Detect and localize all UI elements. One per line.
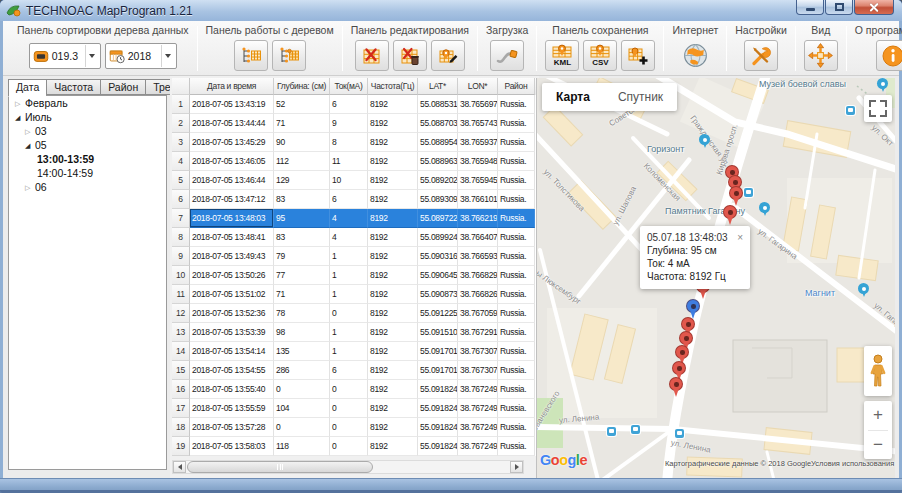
sort-dropdown-1[interactable]: 2018 xyxy=(105,43,177,69)
table-cell[interactable]: 55.088954 xyxy=(418,133,458,152)
table-cell[interactable]: 4 xyxy=(330,209,368,228)
poi-icon[interactable] xyxy=(877,78,888,93)
table-cell[interactable]: 83 xyxy=(274,190,330,209)
table-cell[interactable]: 8192 xyxy=(368,114,418,133)
table-cell[interactable]: 129 xyxy=(274,171,330,190)
table-cell[interactable]: Russia. xyxy=(498,209,535,228)
table-cell[interactable]: 55.088531 xyxy=(418,95,458,114)
table-row-13[interactable]: 132018-07-05 13:53:39981819255.09151038.… xyxy=(172,323,536,342)
table-cell[interactable]: 5 xyxy=(172,171,190,190)
map-marker-11[interactable] xyxy=(669,377,684,398)
tree-item-13:00-13:59[interactable]: 13:00-13:59 xyxy=(9,153,166,166)
table-cell[interactable]: 112 xyxy=(274,152,330,171)
table-cell[interactable]: 135 xyxy=(274,342,330,361)
table-cell[interactable]: 2018-07-05 13:54:14 xyxy=(190,342,274,361)
scrollbar-thumb[interactable] xyxy=(187,461,373,473)
internet-button-0[interactable] xyxy=(678,40,712,71)
table-cell[interactable]: Russia. xyxy=(498,190,535,209)
tree-collapsed-icon[interactable]: ▷ xyxy=(15,97,20,110)
table-cell[interactable]: Russia. xyxy=(498,152,535,171)
map-panel[interactable]: СоветскаяГражданская ул.Кирова просп.ул.… xyxy=(536,78,895,478)
table-row-19[interactable]: 192018-07-05 13:58:031180819255.09182438… xyxy=(172,437,536,456)
table-cell[interactable]: 78 xyxy=(274,304,330,323)
table-row-18[interactable]: 182018-07-05 13:57:2800819255.09182438.7… xyxy=(172,418,536,437)
poi-icon[interactable] xyxy=(858,283,869,298)
table-cell[interactable]: Russia. xyxy=(498,342,535,361)
save-button-2[interactable] xyxy=(621,40,655,71)
table-cell[interactable]: Russia. xyxy=(498,380,535,399)
table-cell[interactable]: 2018-07-05 13:50:26 xyxy=(190,266,274,285)
zoom-in-button[interactable]: + xyxy=(864,401,892,430)
tree-collapsed-icon[interactable]: ▷ xyxy=(25,125,30,138)
table-cell[interactable]: 7 xyxy=(172,209,190,228)
fullscreen-button[interactable] xyxy=(864,95,892,122)
tooltip-close-button[interactable]: × xyxy=(737,232,743,243)
table-cell[interactable]: 55.089924 xyxy=(418,228,458,247)
table-cell[interactable]: 77 xyxy=(274,266,330,285)
table-cell[interactable]: 55.090645 xyxy=(418,266,458,285)
tree-item-label[interactable]: 13:00-13:59 xyxy=(37,153,94,166)
table-cell[interactable]: 55.091701 xyxy=(418,342,458,361)
table-cell[interactable]: 8192 xyxy=(368,95,418,114)
table-cell[interactable]: 90 xyxy=(274,133,330,152)
column-header-Частота(Гц)[interactable]: Частота(Гц) xyxy=(368,78,418,95)
table-row-2[interactable]: 22018-07-05 13:44:44719819255.08870338.7… xyxy=(172,114,536,133)
table-cell[interactable]: 55.091824 xyxy=(418,380,458,399)
table-cell[interactable]: 38.766593 xyxy=(458,247,498,266)
table-row-7[interactable]: 72018-07-05 13:48:03954819255.08972238.7… xyxy=(172,209,536,228)
close-button[interactable] xyxy=(854,0,894,15)
table-cell[interactable]: 0 xyxy=(330,380,368,399)
save-button-kml[interactable]: KML xyxy=(545,40,579,71)
table-cell[interactable]: 2018-07-05 13:51:02 xyxy=(190,285,274,304)
table-cell[interactable]: 2018-07-05 13:52:36 xyxy=(190,304,274,323)
table-cell[interactable]: 2 xyxy=(172,114,190,133)
table-cell[interactable]: 8192 xyxy=(368,190,418,209)
table-cell[interactable]: 11 xyxy=(172,285,190,304)
table-cell[interactable]: 8192 xyxy=(368,380,418,399)
scroll-right-button[interactable] xyxy=(510,461,523,473)
tree-item-label[interactable]: Июль xyxy=(25,111,52,124)
table-cell[interactable]: 38.765945 xyxy=(458,171,498,190)
table-cell[interactable]: 2018-07-05 13:53:39 xyxy=(190,323,274,342)
horizontal-scrollbar[interactable] xyxy=(172,460,524,474)
table-cell[interactable]: 55.088963 xyxy=(418,152,458,171)
table-cell[interactable]: Russia. xyxy=(498,95,535,114)
tree-expanded-icon[interactable]: ◢ xyxy=(15,111,20,124)
table-cell[interactable]: Russia. xyxy=(498,114,535,133)
table-row-14[interactable]: 142018-07-05 13:54:141351819255.09170138… xyxy=(172,342,536,361)
table-cell[interactable]: 8192 xyxy=(368,266,418,285)
table-row-11[interactable]: 112018-07-05 13:51:02711819255.09087338.… xyxy=(172,285,536,304)
table-row-5[interactable]: 52018-07-05 13:46:4412910819255.08920238… xyxy=(172,171,536,190)
table-cell[interactable]: Russia. xyxy=(498,323,535,342)
table-cell[interactable]: 2018-07-05 13:43:19 xyxy=(190,95,274,114)
table-cell[interactable]: 3 xyxy=(172,133,190,152)
table-row-3[interactable]: 32018-07-05 13:45:29908819255.08895438.7… xyxy=(172,133,536,152)
table-row-17[interactable]: 172018-07-05 13:55:591040819255.09182438… xyxy=(172,399,536,418)
table-cell[interactable]: 38.767291 xyxy=(458,323,498,342)
table-cell[interactable]: 8192 xyxy=(368,209,418,228)
table-cell[interactable]: 9 xyxy=(330,114,368,133)
column-header-Глубина: (см)[interactable]: Глубина: (см) xyxy=(274,78,330,95)
tab-район[interactable]: Район xyxy=(100,79,145,95)
table-cell[interactable]: 6 xyxy=(330,95,368,114)
table-cell[interactable]: 38.766101 xyxy=(458,190,498,209)
table-cell[interactable]: 55.091824 xyxy=(418,437,458,456)
table-cell[interactable]: 2018-07-05 13:49:43 xyxy=(190,247,274,266)
table-cell[interactable]: 8192 xyxy=(368,228,418,247)
tab-дата[interactable]: Дата xyxy=(8,79,46,97)
table-cell[interactable]: Russia. xyxy=(498,285,535,304)
table-cell[interactable]: Russia. xyxy=(498,266,535,285)
poi-icon[interactable] xyxy=(699,134,710,149)
table-cell[interactable]: 38.767249 xyxy=(458,418,498,437)
table-cell[interactable]: Russia. xyxy=(498,171,535,190)
table-cell[interactable]: 55.091824 xyxy=(418,418,458,437)
map-marker-4[interactable] xyxy=(723,205,738,226)
table-cell[interactable]: 286 xyxy=(274,361,330,380)
tree-item-03[interactable]: ▷03 xyxy=(9,125,166,138)
map-marker-3[interactable] xyxy=(729,186,744,207)
table-row-8[interactable]: 82018-07-05 13:48:41834819255.08992438.7… xyxy=(172,228,536,247)
tree-button-1[interactable] xyxy=(272,40,306,71)
table-row-12[interactable]: 122018-07-05 13:52:36780819255.09122538.… xyxy=(172,304,536,323)
settings-button-0[interactable] xyxy=(744,40,778,71)
column-header-LON*[interactable]: LON* xyxy=(458,78,498,95)
